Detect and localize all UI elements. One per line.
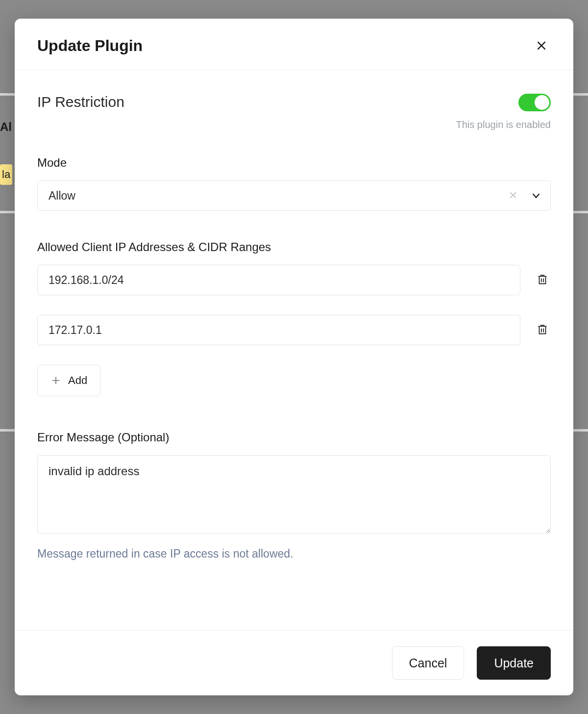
plugin-name: IP Restriction xyxy=(37,94,124,110)
modal-header: Update Plugin xyxy=(15,19,573,70)
error-message-label: Error Message (Optional) xyxy=(37,431,551,444)
plugin-enabled-caption: This plugin is enabled xyxy=(456,119,551,130)
error-message-input[interactable] xyxy=(37,455,551,534)
update-plugin-modal: Update Plugin IP Restriction This plugin… xyxy=(15,19,573,695)
clear-icon[interactable] xyxy=(500,188,526,204)
close-button[interactable] xyxy=(532,36,551,55)
plugin-enabled-toggle[interactable] xyxy=(518,94,551,111)
trash-icon xyxy=(536,273,549,286)
plugin-header-row: IP Restriction This plugin is enabled xyxy=(37,94,551,130)
plugin-toggle-group: This plugin is enabled xyxy=(456,94,551,130)
toggle-knob xyxy=(535,95,549,110)
delete-ip-button[interactable] xyxy=(534,321,551,339)
error-message-help: Message returned in case IP access is no… xyxy=(37,547,551,561)
mode-select[interactable]: Allow xyxy=(37,180,551,211)
trash-icon xyxy=(536,323,549,336)
plus-icon xyxy=(50,375,61,386)
allowed-label: Allowed Client IP Addresses & CIDR Range… xyxy=(37,240,551,254)
cancel-button[interactable]: Cancel xyxy=(392,646,465,680)
ip-row xyxy=(37,315,551,345)
ip-row xyxy=(37,265,551,295)
ip-input[interactable] xyxy=(37,265,520,295)
modal-footer: Cancel Update xyxy=(15,630,573,695)
mode-label: Mode xyxy=(37,156,551,170)
modal-body: IP Restriction This plugin is enabled Mo… xyxy=(15,70,573,630)
update-button[interactable]: Update xyxy=(477,646,551,680)
ip-input[interactable] xyxy=(37,315,520,345)
add-ip-label: Add xyxy=(68,374,87,387)
delete-ip-button[interactable] xyxy=(534,271,551,289)
chevron-down-icon[interactable] xyxy=(526,190,541,201)
bg-text: la xyxy=(0,164,12,185)
add-ip-button[interactable]: Add xyxy=(37,365,100,396)
modal-title: Update Plugin xyxy=(37,37,143,55)
mode-select-value: Allow xyxy=(49,189,500,203)
close-icon xyxy=(535,39,548,52)
bg-text: Al xyxy=(0,120,12,134)
